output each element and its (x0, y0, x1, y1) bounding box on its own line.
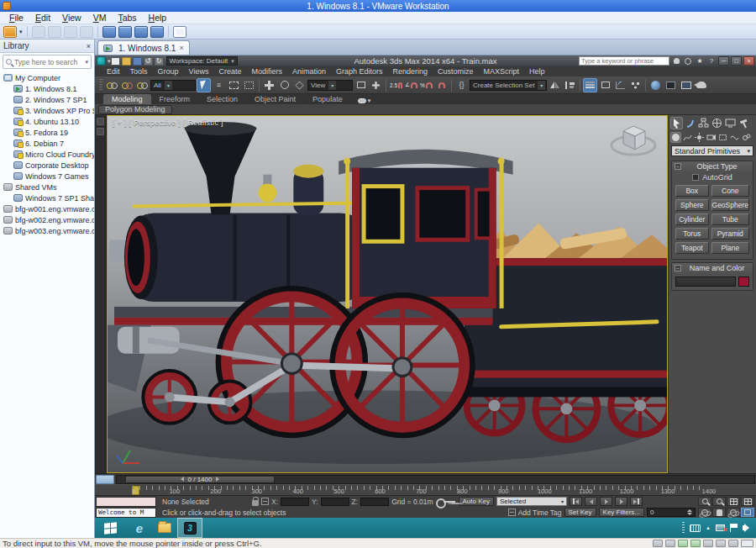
ribbon-tab-selection[interactable]: Selection (198, 94, 246, 104)
taskbar-explorer-button[interactable] (152, 518, 177, 538)
next-frame-icon[interactable] (216, 477, 219, 482)
sign-in-icon[interactable] (671, 56, 681, 66)
max-menu-tools[interactable]: Tools (125, 67, 153, 76)
search-caret-icon[interactable]: ▾ (85, 59, 88, 66)
previous-frame-button[interactable] (585, 497, 597, 506)
frame-spinner[interactable] (687, 509, 692, 515)
material-editor-icon[interactable] (648, 78, 663, 92)
hierarchy-tab-icon[interactable] (697, 117, 710, 129)
maximize-button[interactable]: □ (731, 56, 742, 66)
max-menu-create[interactable]: Create (213, 67, 246, 76)
time-slider-handle[interactable]: 0 / 1400 (125, 476, 275, 483)
open-file-icon[interactable] (122, 57, 131, 66)
tree-item-vm[interactable]: Micro Cloud Foundry (0, 149, 94, 160)
set-key-button[interactable]: Set Key (564, 508, 596, 517)
taskbar-3dsmax-button[interactable]: 3 (177, 518, 202, 538)
select-and-rotate-icon[interactable] (277, 78, 291, 92)
max-menu-customize[interactable]: Customize (433, 67, 479, 76)
collapse-icon[interactable]: − (675, 163, 681, 170)
spinner-snap-toggle-icon[interactable] (434, 78, 449, 92)
max-menu-rendering[interactable]: Rendering (388, 67, 433, 76)
set-keys-icon[interactable] (436, 498, 456, 506)
console-view-icon[interactable] (102, 26, 116, 38)
snapshot-icon[interactable] (48, 26, 61, 38)
name-color-rollout-header[interactable]: − Name and Color (672, 263, 753, 273)
menu-view[interactable]: View (56, 13, 87, 23)
show-library-icon[interactable] (134, 26, 148, 38)
ribbon-tab-freeform[interactable]: Freeform (151, 94, 199, 104)
curve-editor-icon[interactable] (613, 78, 627, 92)
tree-item-remote-host[interactable]: bfg-w002.eng.vmware.com (0, 214, 94, 225)
cameras-icon[interactable] (706, 132, 717, 143)
tree-item-vm[interactable]: 2. Windows 7 SP1 (0, 94, 94, 105)
network-adapter-icon[interactable] (690, 540, 701, 547)
tree-item-vm[interactable]: 6. Debian 7 (0, 138, 94, 149)
x-coordinate-field[interactable] (281, 498, 309, 506)
library-search-input[interactable] (14, 58, 82, 66)
box-button[interactable]: Box (675, 185, 709, 197)
snapshot-manager-icon[interactable] (80, 26, 93, 38)
zoom-all-icon[interactable] (712, 497, 726, 506)
use-pivot-point-center-icon[interactable] (354, 78, 368, 92)
ribbon-tab-modeling[interactable]: Modeling (103, 94, 151, 104)
track-bar[interactable]: 0100200300400500600700800900100011001200… (95, 484, 756, 496)
ribbon-tab-populate[interactable]: Populate (304, 94, 351, 104)
action-center-flag-icon[interactable] (730, 524, 738, 532)
menu-help[interactable]: Help (143, 13, 173, 23)
auto-key-button[interactable]: Auto Key (459, 497, 494, 506)
start-button[interactable] (95, 518, 127, 538)
zoom-extents-all-icon[interactable] (741, 497, 754, 506)
hard-disk-icon[interactable] (653, 540, 663, 547)
teapot-button[interactable]: Teapot (675, 242, 709, 254)
max-menu-maxscript[interactable]: MAXScript (479, 67, 525, 76)
unlink-selection-icon[interactable] (120, 78, 134, 92)
selection-lock-icon[interactable] (252, 500, 259, 506)
maximize-viewport-toggle-icon[interactable] (741, 508, 754, 517)
bind-to-space-warp-icon[interactable] (135, 78, 150, 92)
edit-named-selection-sets-icon[interactable]: {} (454, 78, 469, 92)
go-to-end-button[interactable] (630, 497, 643, 506)
viewcube[interactable] (606, 120, 660, 162)
geosphere-button[interactable]: GeoSphere (711, 199, 749, 211)
angle-snap-toggle-icon[interactable]: ∠ (404, 78, 418, 92)
reference-coordinate-system-dropdown[interactable]: View▾ (307, 80, 353, 91)
toolbar-grip[interactable] (99, 79, 102, 91)
shapes-icon[interactable] (682, 132, 693, 143)
primitive-category-dropdown[interactable]: Standard Primitives ▾ (671, 145, 753, 156)
absolute-mode-icon[interactable] (261, 498, 269, 505)
max-menu-graph-editors[interactable]: Graph Editors (331, 67, 388, 76)
object-color-swatch[interactable] (738, 277, 749, 287)
rectangular-selection-region-icon[interactable] (227, 78, 241, 92)
vm-tab-close-icon[interactable]: × (179, 44, 183, 52)
ribbon-tab-object-paint[interactable]: Object Paint (246, 94, 304, 104)
render-setup-icon[interactable] (664, 78, 678, 92)
rendered-frame-window-icon[interactable] (679, 78, 693, 92)
align-icon[interactable] (563, 78, 577, 92)
tree-item-shared-vms[interactable]: Shared VMs (0, 182, 94, 192)
max-menu-edit[interactable]: Edit (102, 67, 125, 76)
perspective-viewport[interactable]: [ + ] [ Perspective ] [ Realistic ] (107, 115, 668, 473)
layout-icon[interactable] (3, 26, 17, 38)
unity-view-icon[interactable] (118, 26, 132, 38)
torus-button[interactable]: Torus (675, 228, 709, 240)
select-and-manipulate-icon[interactable] (369, 78, 383, 92)
tube-button[interactable]: Tube (711, 213, 749, 225)
layer-explorer-icon[interactable] (583, 78, 597, 92)
close-button[interactable]: × (743, 56, 754, 66)
autogrid-checkbox[interactable] (692, 174, 699, 181)
mirror-icon[interactable] (548, 78, 562, 92)
undo-icon[interactable]: ↺ (144, 57, 153, 66)
modify-tab-icon[interactable] (684, 117, 696, 129)
create-tab-icon[interactable] (670, 117, 683, 129)
max-menu-animation[interactable]: Animation (287, 67, 331, 76)
pyramid-button[interactable]: Pyramid (711, 228, 749, 240)
minimize-button[interactable]: ─ (718, 56, 729, 66)
3dsmax-logo-icon[interactable] (97, 56, 106, 66)
named-selection-sets-dropdown[interactable]: Create Selection Set▾ (470, 80, 547, 91)
next-frame-button[interactable] (615, 497, 627, 506)
show-thumbnail-bar-icon[interactable] (150, 26, 164, 38)
revert-snapshot-icon[interactable] (64, 26, 77, 38)
viewport-layout-tab[interactable] (97, 128, 104, 135)
tree-item-vm[interactable]: 1. Windows 8.1 (0, 83, 94, 94)
render-production-icon[interactable] (694, 78, 708, 92)
